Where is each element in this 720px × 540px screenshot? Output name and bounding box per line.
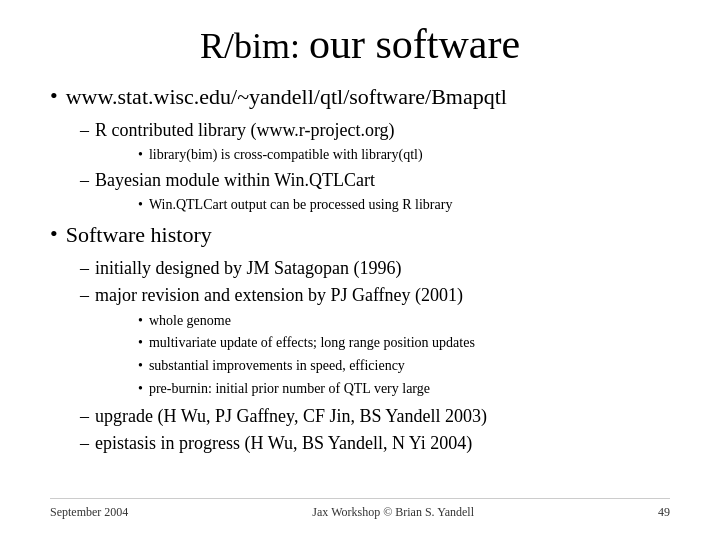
small-4-marker: • bbox=[138, 333, 143, 353]
small-bullet-2: • Win.QTLCart output can be processed us… bbox=[138, 195, 670, 215]
footer-left: September 2004 bbox=[50, 505, 128, 520]
title-part2: our software bbox=[309, 21, 520, 67]
bullet-2: • Software history bbox=[50, 220, 670, 250]
slide: R/bim: our software • www.stat.wisc.edu/… bbox=[0, 0, 720, 540]
subbullet-6-dash: – bbox=[80, 431, 89, 455]
small-bullet-1: • library(bim) is cross-compatible with … bbox=[138, 145, 670, 165]
bullet-2-marker: • bbox=[50, 220, 58, 249]
footer-right: 49 bbox=[658, 505, 670, 520]
slide-content: • www.stat.wisc.edu/~yandell/qtl/softwar… bbox=[50, 82, 670, 498]
small-1-marker: • bbox=[138, 145, 143, 165]
subbullet-3-text: initially designed by JM Satagopan (1996… bbox=[95, 256, 401, 280]
subbullet-3: – initially designed by JM Satagopan (19… bbox=[80, 256, 670, 280]
subbullet-1-text: R contributed library (www.r-project.org… bbox=[95, 118, 395, 142]
small-2-marker: • bbox=[138, 195, 143, 215]
small-bullet-6: • pre-burnin: initial prior number of QT… bbox=[138, 379, 670, 399]
small-2-text: Win.QTLCart output can be processed usin… bbox=[149, 195, 452, 215]
subbullet-5: – upgrade (H Wu, PJ Gaffney, CF Jin, BS … bbox=[80, 404, 670, 428]
slide-title: R/bim: our software bbox=[50, 20, 670, 68]
subbullet-2-text: Bayesian module within Win.QTLCart bbox=[95, 168, 375, 192]
footer-center: Jax Workshop © Brian S. Yandell bbox=[312, 505, 474, 520]
bullet-1-marker: • bbox=[50, 82, 58, 111]
subbullet-4-container: – major revision and extension by PJ Gaf… bbox=[80, 283, 670, 307]
subbullet-1-dash: – bbox=[80, 118, 89, 142]
small-1-text: library(bim) is cross-compatible with li… bbox=[149, 145, 423, 165]
small-3-marker: • bbox=[138, 311, 143, 331]
small-3-text: whole genome bbox=[149, 311, 231, 331]
small-bullet-5: • substantial improvements in speed, eff… bbox=[138, 356, 670, 376]
slide-footer: September 2004 Jax Workshop © Brian S. Y… bbox=[50, 498, 670, 520]
title-part1: R/bim: bbox=[200, 26, 309, 66]
subbullet-1-container: – R contributed library (www.r-project.o… bbox=[80, 118, 670, 142]
subbullet-1: – R contributed library (www.r-project.o… bbox=[80, 118, 670, 142]
small-5-marker: • bbox=[138, 356, 143, 376]
small-2-container: • Win.QTLCart output can be processed us… bbox=[138, 195, 670, 215]
subbullet-4: – major revision and extension by PJ Gaf… bbox=[80, 283, 670, 307]
subbullet-5-text: upgrade (H Wu, PJ Gaffney, CF Jin, BS Ya… bbox=[95, 404, 487, 428]
subbullet-4-dash: – bbox=[80, 283, 89, 307]
subbullet-5-dash: – bbox=[80, 404, 89, 428]
subbullet-2-dash: – bbox=[80, 168, 89, 192]
subbullet-2: – Bayesian module within Win.QTLCart bbox=[80, 168, 670, 192]
bullet-2-text: Software history bbox=[66, 220, 212, 250]
subbullet-3-dash: – bbox=[80, 256, 89, 280]
small-3-container: • whole genome bbox=[138, 311, 670, 331]
subbullet-3-container: – initially designed by JM Satagopan (19… bbox=[80, 256, 670, 280]
subbullet-6-container: – epistasis in progress (H Wu, BS Yandel… bbox=[80, 431, 670, 455]
small-6-marker: • bbox=[138, 379, 143, 399]
small-4-container: • multivariate update of effects; long r… bbox=[138, 333, 670, 353]
small-5-text: substantial improvements in speed, effic… bbox=[149, 356, 405, 376]
small-5-container: • substantial improvements in speed, eff… bbox=[138, 356, 670, 376]
small-1-container: • library(bim) is cross-compatible with … bbox=[138, 145, 670, 165]
subbullet-4-text: major revision and extension by PJ Gaffn… bbox=[95, 283, 463, 307]
subbullet-5-container: – upgrade (H Wu, PJ Gaffney, CF Jin, BS … bbox=[80, 404, 670, 428]
small-bullet-4: • multivariate update of effects; long r… bbox=[138, 333, 670, 353]
subbullet-6-text: epistasis in progress (H Wu, BS Yandell,… bbox=[95, 431, 472, 455]
bullet-1: • www.stat.wisc.edu/~yandell/qtl/softwar… bbox=[50, 82, 670, 112]
small-4-text: multivariate update of effects; long ran… bbox=[149, 333, 475, 353]
small-6-text: pre-burnin: initial prior number of QTL … bbox=[149, 379, 430, 399]
subbullet-2-container: – Bayesian module within Win.QTLCart bbox=[80, 168, 670, 192]
small-6-container: • pre-burnin: initial prior number of QT… bbox=[138, 379, 670, 399]
bullet-1-text: www.stat.wisc.edu/~yandell/qtl/software/… bbox=[66, 82, 507, 112]
small-bullet-3: • whole genome bbox=[138, 311, 670, 331]
subbullet-6: – epistasis in progress (H Wu, BS Yandel… bbox=[80, 431, 670, 455]
